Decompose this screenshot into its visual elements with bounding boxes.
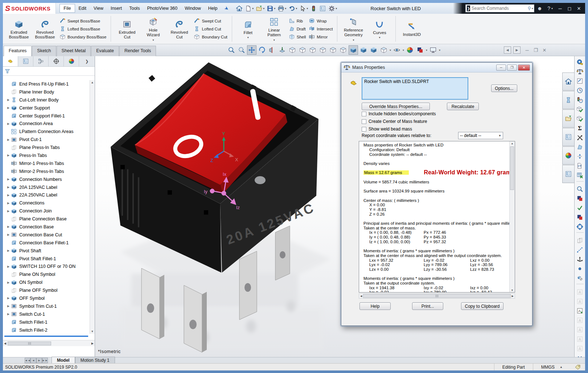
thickness-analysis-icon[interactable] [576,152,584,161]
note-icon[interactable]: A [576,287,584,297]
menu-edit[interactable]: Edit [75,4,90,12]
propertymanager-tab-icon[interactable] [18,56,33,66]
expand-arrow-icon[interactable]: ▶ [6,106,11,109]
close-button[interactable]: ✕ [574,6,584,11]
menu-window[interactable]: Window [181,4,204,12]
dimxpertmanager-tab-icon[interactable] [49,56,64,66]
view-settings-icon[interactable] [428,45,438,55]
compare-documents-icon[interactable]: =? [576,161,584,171]
display-settings-icon[interactable] [318,5,327,12]
apply-scene-icon[interactable] [415,45,425,55]
featuremanager-tab-icon[interactable] [3,56,18,66]
rollback-bar[interactable] [4,336,88,337]
open-icon[interactable]: ▾ [255,5,266,12]
first-tab-icon[interactable]: ◄◄ [25,358,30,363]
tree-item[interactable]: Plane Inner Body [3,88,90,96]
performance-evaluation-icon[interactable] [576,86,584,95]
annotation-export-icon[interactable]: A [576,306,584,315]
expand-arrow-icon[interactable]: ▶ [6,281,11,284]
draft-analysis-icon[interactable] [576,142,584,152]
view-settings-caret-icon[interactable]: ▾ [439,49,440,52]
tree-item[interactable]: LPattern Connection Areas [3,128,90,136]
file-explorer-icon[interactable] [562,109,574,128]
tree-item[interactable]: ▶20A 125VAC Label [3,183,90,191]
shell-button[interactable]: Shell [289,33,306,41]
linear-pattern-button[interactable]: Linear Pattern▾ [261,16,287,42]
tree-item[interactable]: ▶Center Support [3,104,90,112]
graphics-viewport[interactable]: 20A 125VAC Y Z X [95,56,574,357]
doc-tab-model[interactable]: Model [52,357,75,363]
annotation-settings-icon[interactable]: A [576,344,584,353]
extruded-cut-button[interactable]: Extruded Cut [114,18,140,40]
override-mass-properties-button[interactable]: Override Mass Properties... [362,103,430,110]
filter-funnel-icon[interactable] [4,68,11,74]
expand-arrow-icon[interactable]: ▶ [6,154,11,157]
previous-window-icon[interactable]: ◀ [504,46,511,54]
units-selector[interactable]: MMGS▲ [533,364,571,370]
expand-arrow-icon[interactable]: ▶ [6,202,11,205]
delete-design-table-icon[interactable] [576,171,584,180]
geometry-analysis-icon[interactable] [576,133,584,142]
display-style-caret-icon[interactable]: ▾ [390,49,391,52]
check-active-document-icon[interactable] [576,105,584,114]
appearances-scenes-icon[interactable] [562,146,574,165]
checkbox-box[interactable] [362,119,366,124]
hide-show-items-icon[interactable] [392,45,402,55]
doc-minimize-icon[interactable]: ─ [523,47,531,53]
checkbox-box[interactable] [362,112,366,116]
tree-item[interactable]: ▶OFF Symbol [3,294,90,302]
tree-item[interactable]: ▶Connection Base [3,223,90,231]
tree-item[interactable]: Switch Fillet-2 [3,326,90,334]
options-button[interactable]: Options... [491,84,517,92]
extruded-boss-button[interactable]: Extruded Boss/Base [6,18,32,40]
displaymanager-tab-icon[interactable] [64,56,79,66]
sketch-line-icon[interactable] [576,245,584,254]
tree-item[interactable]: ▶22A 250VAC Label [3,191,90,199]
view-360-icon[interactable] [576,222,584,231]
checkbox-create-center-of[interactable]: Create Center of Mass feature [362,119,427,124]
edit-appearance-icon[interactable] [405,45,415,55]
save-icon[interactable]: ▾ [266,5,276,12]
dialog-close-icon[interactable]: ✕ [518,65,530,71]
menu-view[interactable]: View [90,4,107,12]
mirror-button[interactable]: Mirror [309,33,333,41]
expand-arrow-icon[interactable]: ▶ [6,138,11,141]
expand-arrow-icon[interactable]: ▶ [6,122,11,125]
tree-item[interactable]: ▶SWITCH 110 OFF or 70 ON [3,262,90,270]
doc-restore-icon[interactable]: ❐ [531,47,540,53]
tree-item[interactable]: ▶Connection Base Cut [3,231,90,239]
appearance-analysis-icon[interactable] [576,185,584,194]
revolved-cut-button[interactable]: Revolved Cut [166,18,192,40]
tree-horizontal-scrollbar[interactable]: ◀▶ [3,340,95,346]
menu-tools[interactable]: Tools [126,4,143,12]
expand-arrow-icon[interactable]: ▶ [6,98,11,101]
dialog-restore-icon[interactable]: ❐ [507,65,517,71]
checkbox-include-hidden-bodies/components[interactable]: Include hidden bodies/components [362,111,436,116]
mass-properties-icon[interactable] [576,67,584,76]
user-icon[interactable]: ☻ [537,5,542,11]
tree-item[interactable]: End Press Fit-Up Fillet-1 [3,80,90,88]
options-icon[interactable]: ▾ [327,5,338,12]
swept-boss-button[interactable]: Swept Boss/Base [59,17,106,25]
search-commands-box[interactable]: ❯ ⚲ ▾ [465,4,534,12]
hole-wizard-button[interactable]: Hole Wizard▾ [140,16,166,42]
pin-icon[interactable]: ➤ [223,5,230,12]
boundary-boss-button[interactable]: Boundary Boss/Base [59,33,106,41]
revolved-boss-button[interactable]: Revolved Boss/Base [32,18,58,40]
appearance-filter-icon[interactable] [309,5,318,12]
hide-show-items-caret-icon[interactable]: ▾ [403,49,404,52]
expand-arrow-icon[interactable]: ▶ [6,233,11,236]
dialog-title-bar[interactable]: Mass Properties ─ ❐ ✕ [341,63,532,72]
panel-tabs-overflow-icon[interactable]: ❯ [79,56,95,66]
search-input[interactable] [472,6,528,11]
expand-arrow-icon[interactable]: ▶ [6,225,11,228]
help-icon[interactable]: ? [547,5,550,11]
minimize-button[interactable]: ─ [555,6,565,11]
expand-arrow-icon[interactable]: ▶ [6,304,11,308]
doc-close-icon[interactable]: ✕ [540,47,549,53]
tree-item[interactable]: Switch Fillet-1 [3,318,90,326]
coordinate-system-dropdown[interactable]: -- default -- ▼ [458,132,503,139]
menu-file[interactable]: File [59,4,75,13]
menu-insert[interactable]: Insert [107,4,126,12]
tree-item[interactable]: Center Support Fillet-1 [3,112,90,120]
